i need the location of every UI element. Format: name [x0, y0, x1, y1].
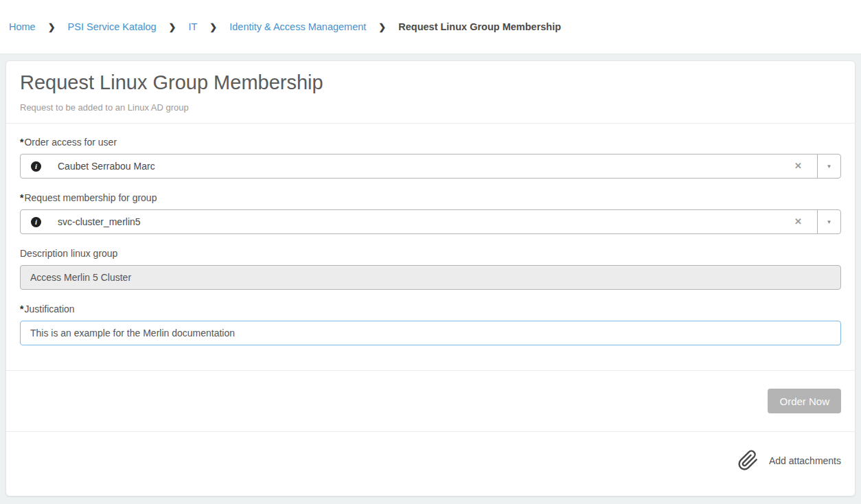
clear-icon[interactable]: ✕ — [779, 154, 817, 178]
description-field-label: Description linux group — [20, 248, 841, 259]
add-attachments-label: Add attachments — [769, 455, 841, 466]
field-group-user: *Order access for user i Caubet Serrabou… — [20, 137, 841, 179]
dropdown-caret-icon[interactable]: ▼ — [817, 154, 840, 178]
info-icon[interactable]: i — [31, 217, 41, 227]
dropdown-caret-icon[interactable]: ▼ — [817, 210, 840, 233]
order-section: Order Now — [6, 371, 855, 432]
chevron-right-icon: ❯ — [169, 23, 176, 32]
page-subtitle: Request to be added to an Linux AD group — [20, 102, 841, 113]
required-marker: * — [20, 192, 23, 203]
add-attachments-button[interactable]: Add attachments — [737, 450, 841, 471]
group-select[interactable]: i svc-cluster_merlin5 ✕ ▼ — [20, 209, 841, 234]
user-select-value: Caubet Serrabou Marc — [58, 161, 779, 172]
user-field-label: *Order access for user — [20, 137, 841, 148]
field-group-group: *Request membership for group i svc-clus… — [20, 192, 841, 234]
catalog-item-card: Request Linux Group Membership Request t… — [5, 60, 856, 496]
justification-input[interactable] — [20, 321, 841, 345]
justification-field-label: *Justification — [20, 303, 841, 314]
attachments-section: Add attachments — [6, 432, 855, 489]
paperclip-icon — [737, 450, 759, 471]
clear-icon[interactable]: ✕ — [779, 210, 817, 233]
user-select[interactable]: i Caubet Serrabou Marc ✕ ▼ — [20, 154, 841, 179]
description-readonly-input — [20, 265, 841, 290]
info-icon[interactable]: i — [31, 161, 41, 172]
required-marker: * — [20, 303, 23, 314]
breadcrumb-item-it[interactable]: IT — [188, 21, 197, 32]
page-title: Request Linux Group Membership — [20, 71, 841, 94]
required-marker: * — [20, 137, 23, 148]
breadcrumb-current-page: Request Linux Group Membership — [398, 21, 561, 32]
group-select-value: svc-cluster_merlin5 — [58, 216, 779, 227]
order-now-button[interactable]: Order Now — [768, 389, 841, 413]
card-header: Request Linux Group Membership Request t… — [6, 61, 855, 124]
chevron-right-icon: ❯ — [48, 23, 56, 32]
chevron-right-icon: ❯ — [209, 23, 217, 32]
catalog-form: *Order access for user i Caubet Serrabou… — [6, 124, 855, 371]
breadcrumb-bar: Home ❯ PSI Service Katalog ❯ IT ❯ Identi… — [0, 0, 861, 54]
field-group-justification: *Justification — [20, 303, 841, 345]
breadcrumb-item-home[interactable]: Home — [9, 21, 36, 32]
field-group-description: Description linux group — [20, 248, 841, 290]
breadcrumb-item-identity-access-management[interactable]: Identity & Access Management — [229, 21, 366, 32]
group-field-label: *Request membership for group — [20, 192, 841, 203]
chevron-right-icon: ❯ — [378, 23, 386, 32]
breadcrumb-item-psi-service-katalog[interactable]: PSI Service Katalog — [68, 21, 157, 32]
breadcrumb: Home ❯ PSI Service Katalog ❯ IT ❯ Identi… — [9, 21, 561, 32]
